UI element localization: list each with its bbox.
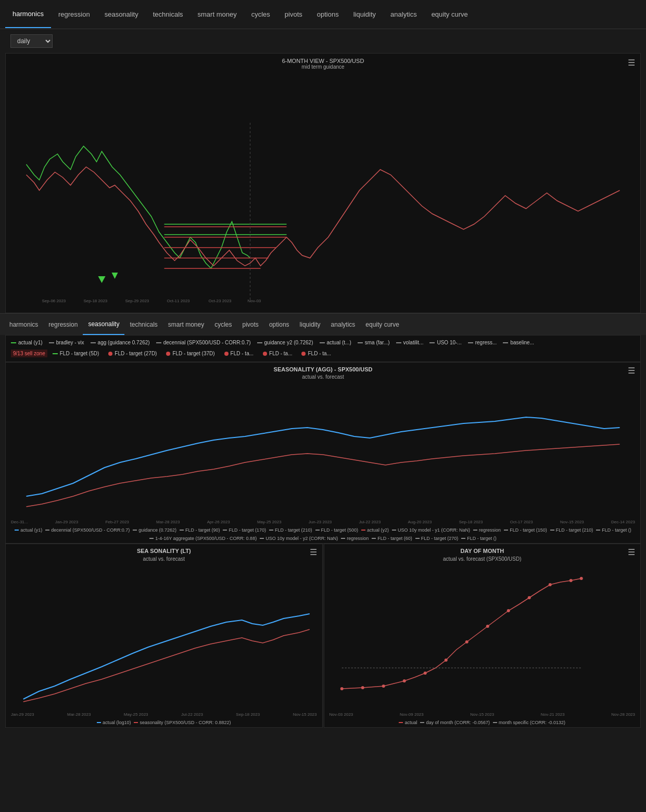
- legend-decennial: decennial (SPX500/USD - CORR:0.7): [156, 340, 251, 345]
- legend-dot-fldta3: [301, 352, 306, 356]
- legend-dot-guidance: [257, 342, 262, 343]
- legend-uso: USO 10-...: [429, 340, 461, 345]
- legend-regression: regress...: [468, 340, 497, 345]
- nav-pivots[interactable]: pivots: [277, 1, 310, 28]
- legend-fld-27d: FLD - target (27D): [108, 351, 157, 356]
- legend-fld-ta3: FLD - ta...: [301, 351, 331, 356]
- legend-dot-actual-t: [320, 342, 325, 343]
- nav-options[interactable]: options: [310, 1, 346, 28]
- seasonality-agg-menu-icon[interactable]: ☰: [628, 366, 635, 376]
- sec-nav-cycles[interactable]: cycles: [209, 315, 237, 334]
- legend-fld-ta1: FLD - ta...: [224, 351, 254, 356]
- sec-nav-technicals[interactable]: technicals: [124, 315, 162, 334]
- legend-fld-ta2: FLD - ta...: [263, 351, 292, 356]
- nav-equity-curve[interactable]: equity curve: [424, 1, 475, 28]
- nav-liquidity[interactable]: liquidity: [346, 1, 383, 28]
- legend-dot-fld27d: [108, 352, 112, 356]
- bottom-charts-row: SEA SONALITY (LT) actual vs. forecast ☰ …: [5, 544, 641, 727]
- top-navigation: harmonics regression seasonality technic…: [0, 0, 646, 29]
- svg-point-24: [402, 679, 406, 682]
- sell-zone-label: 9/13 sell zone: [11, 350, 47, 357]
- nav-technicals[interactable]: technicals: [146, 1, 191, 28]
- legend-fld-5d: FLD - target (5D): [53, 351, 99, 356]
- svg-point-30: [527, 596, 530, 599]
- svg-text:Nov-03: Nov-03: [248, 299, 261, 303]
- svg-point-29: [506, 609, 510, 612]
- legend-bradley-vix: bradley - vix: [49, 340, 84, 345]
- svg-point-27: [465, 640, 468, 643]
- svg-rect-19: [13, 564, 315, 710]
- sec-nav-pivots[interactable]: pivots: [237, 315, 264, 334]
- sec-nav-liquidity[interactable]: liquidity: [295, 315, 326, 334]
- seasonality-agg-x-axis: Dec-31... Jan-29 2023 Feb-27 2023 Mar-28…: [6, 519, 640, 525]
- legend-dot-vol: [396, 342, 401, 343]
- legend-panel: actual (y1) bradley - vix agg (guidance …: [5, 335, 641, 362]
- day-of-month-x-axis: Nov-03 2023 Nov-09 2023 Nov-15 2023 Nov-…: [324, 711, 641, 718]
- legend-guidance-y2: guidance y2 (0.7262): [257, 340, 313, 345]
- sec-nav-equity-curve[interactable]: equity curve: [360, 315, 404, 334]
- legend-dot-fldta2: [263, 352, 267, 356]
- day-of-month-subtitle: actual vs. forecast (SPX500/USD): [324, 556, 641, 563]
- secondary-navigation: harmonics regression seasonality technic…: [0, 313, 646, 335]
- seasonality-lt-legend: actual (log10) seasonality (SPX500/USD -…: [6, 718, 322, 727]
- main-chart-menu-icon[interactable]: ☰: [628, 58, 635, 68]
- seasonality-lt-svg: [6, 564, 322, 710]
- day-of-month-title: DAY OF MONTH: [324, 547, 641, 555]
- svg-point-28: [486, 625, 489, 628]
- legend-dot-fld37d: [166, 352, 170, 356]
- legend-dot-agg: [91, 342, 96, 343]
- nav-harmonics[interactable]: harmonics: [5, 1, 51, 28]
- legend-dot-fldta1: [224, 352, 229, 356]
- sec-nav-smart-money[interactable]: smart money: [163, 315, 209, 334]
- svg-point-31: [548, 583, 551, 586]
- nav-cycles[interactable]: cycles: [244, 1, 277, 28]
- day-of-month-legend: actual day of month (CORR: -0.0567) mont…: [324, 718, 641, 727]
- nav-smart-money[interactable]: smart money: [191, 1, 244, 28]
- svg-rect-20: [331, 564, 633, 710]
- svg-text:Oct-23 2023: Oct-23 2023: [209, 299, 232, 303]
- legend-actual-y1: actual (y1): [11, 340, 43, 345]
- day-of-month-menu-icon[interactable]: ☰: [628, 547, 635, 557]
- day-of-month-svg: [324, 564, 641, 710]
- legend-volatility: volatilit...: [396, 340, 424, 345]
- legend-dot-bradley: [49, 342, 54, 343]
- svg-point-22: [361, 686, 364, 689]
- legend-agg-guidance: agg (guidance 0.7262): [91, 340, 150, 345]
- svg-text:Sep-06 2023: Sep-06 2023: [42, 299, 66, 303]
- sec-nav-regression[interactable]: regression: [43, 315, 83, 334]
- timeframe-dropdown[interactable]: daily weekly monthly: [10, 34, 53, 48]
- svg-text:Oct-11 2023: Oct-11 2023: [167, 299, 191, 303]
- legend-baseline: baseline...: [503, 340, 534, 345]
- main-chart-title: 6-MONTH VIEW - SPX500/USD mid term guida…: [6, 54, 640, 71]
- sec-nav-analytics[interactable]: analytics: [326, 315, 361, 334]
- sec-nav-harmonics[interactable]: harmonics: [4, 315, 43, 334]
- legend-dot-decennial: [156, 342, 161, 343]
- svg-point-23: [382, 685, 385, 688]
- nav-regression[interactable]: regression: [51, 1, 97, 28]
- seasonality-agg-title: SEASONALITY (AGG) - SPX500/USD: [6, 366, 640, 373]
- seasonality-agg-legend: actual (y1) decennial (SPX500/USD - CORR…: [6, 525, 640, 543]
- sec-nav-options[interactable]: options: [264, 315, 295, 334]
- seasonality-agg-chart: SEASONALITY (AGG) - SPX500/USD actual vs…: [5, 362, 641, 544]
- svg-point-33: [579, 577, 582, 580]
- legend-dot-baseline: [503, 342, 508, 343]
- main-chart-title-text: 6-MONTH VIEW - SPX500/USD: [6, 58, 640, 64]
- main-chart-section: 6-MONTH VIEW - SPX500/USD mid term guida…: [5, 53, 641, 313]
- nav-analytics[interactable]: analytics: [383, 1, 424, 28]
- nav-seasonality[interactable]: seasonality: [97, 1, 146, 28]
- sec-nav-seasonality[interactable]: seasonality: [83, 314, 124, 335]
- seasonality-lt-x-axis: Jan-29 2023 Mar-28 2023 May-25 2023 Jul-…: [6, 711, 322, 718]
- legend-dot-actual: [11, 342, 16, 343]
- seasonality-agg-subtitle: actual vs. forecast: [6, 373, 640, 381]
- legend-dot-uso: [429, 342, 435, 343]
- legend-sma: sma (far...): [358, 340, 390, 345]
- controls-bar: daily weekly monthly: [0, 29, 646, 53]
- legend-dot-regression: [468, 342, 473, 343]
- legend-dot-sma: [358, 342, 363, 343]
- seasonality-lt-title: SEA SONALITY (LT): [6, 547, 322, 555]
- main-chart-svg: Sep-06 2023 Sep-18 2023 Sep-29 2023 Oct-…: [6, 71, 640, 305]
- seasonality-lt-subtitle: actual vs. forecast: [6, 556, 322, 563]
- seasonality-lt-chart: SEA SONALITY (LT) actual vs. forecast ☰ …: [5, 544, 323, 727]
- svg-point-25: [423, 672, 426, 675]
- seasonality-lt-menu-icon[interactable]: ☰: [310, 547, 317, 557]
